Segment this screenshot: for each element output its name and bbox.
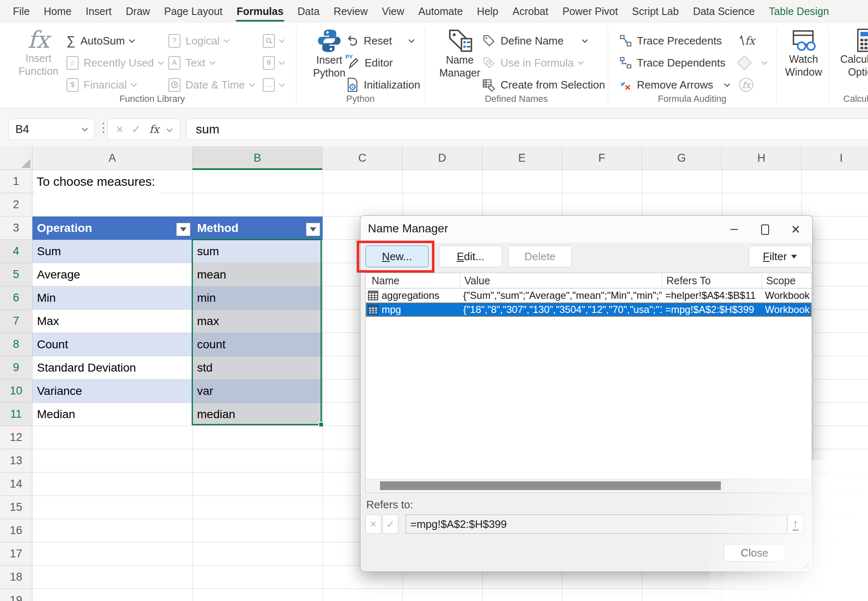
column-separator[interactable] xyxy=(762,273,762,288)
refers-confirm-button[interactable]: ✓ xyxy=(382,515,398,534)
row-header-12[interactable]: 12 xyxy=(0,426,32,449)
trace-precedents-button[interactable]: Trace Precedents xyxy=(619,32,722,49)
horizontal-scrollbar[interactable] xyxy=(366,479,811,492)
logical-button[interactable]: ? Logical xyxy=(168,32,229,49)
tab-insert[interactable]: Insert xyxy=(79,0,119,23)
cell-b5[interactable]: mean xyxy=(192,263,323,286)
remove-arrows-button[interactable]: Remove Arrows xyxy=(619,76,729,94)
filter-button[interactable]: Filter xyxy=(749,246,811,267)
error-checking-button[interactable] xyxy=(739,54,767,71)
define-name-button[interactable]: Define Name xyxy=(482,32,587,49)
table-header-method[interactable]: Method xyxy=(192,217,323,240)
column-header-c[interactable]: C xyxy=(323,146,402,170)
cancel-icon[interactable]: × xyxy=(116,122,123,136)
refers-cancel-button[interactable]: × xyxy=(365,515,381,534)
cell-b4[interactable]: sum xyxy=(192,240,323,263)
row-header-7[interactable]: 7 xyxy=(0,310,32,333)
tab-script-lab[interactable]: Script Lab xyxy=(625,0,686,23)
column-separator[interactable] xyxy=(460,273,460,288)
chevron-down-icon[interactable] xyxy=(167,126,173,132)
collapse-dialog-button[interactable]: ↑ xyxy=(787,515,804,534)
tab-data[interactable]: Data xyxy=(291,0,327,23)
row-header-2[interactable]: 2 xyxy=(0,193,32,217)
list-header-refers-to[interactable]: Refers To xyxy=(663,273,711,288)
row-header-8[interactable]: 8 xyxy=(0,333,32,356)
column-separator[interactable] xyxy=(662,273,662,288)
cell-a7[interactable]: Max xyxy=(32,310,192,333)
row-header-17[interactable]: 17 xyxy=(0,542,32,566)
autosum-button[interactable]: ∑ AutoSum xyxy=(67,32,134,49)
cell-a6[interactable]: Min xyxy=(32,286,192,310)
chevron-down-icon[interactable] xyxy=(582,37,588,43)
minimize-button[interactable] xyxy=(725,221,743,238)
tab-home[interactable]: Home xyxy=(37,0,79,23)
name-row-mpg[interactable]: mpg {"18","8","307","130","3504","12","7… xyxy=(366,303,811,317)
row-header-10[interactable]: 10 xyxy=(0,379,32,403)
row-header-5[interactable]: 5 xyxy=(0,263,32,286)
evaluate-formula-button[interactable]: fx xyxy=(739,76,753,94)
cell-a5[interactable]: Average xyxy=(32,263,192,286)
chevron-down-icon[interactable] xyxy=(724,81,730,87)
select-all-button[interactable] xyxy=(0,146,32,170)
python-reset-button[interactable]: Reset xyxy=(346,32,414,49)
cell-b9[interactable]: std xyxy=(192,356,323,379)
maximize-button[interactable] xyxy=(756,221,774,238)
cell-a10[interactable]: Variance xyxy=(32,379,192,403)
row-header-18[interactable]: 18 xyxy=(0,566,32,589)
tab-power-pivot[interactable]: Power Pivot xyxy=(555,0,625,23)
show-formulas-button[interactable]: fx xyxy=(739,32,755,49)
list-header-name[interactable]: Name xyxy=(368,273,399,288)
cell-a11[interactable]: Median xyxy=(32,403,192,426)
row-header-19[interactable]: 19 xyxy=(0,589,32,601)
tab-view[interactable]: View xyxy=(375,0,412,23)
row-header-11[interactable]: 11 xyxy=(0,403,32,426)
tab-file[interactable]: File xyxy=(6,0,37,23)
filter-dropdown-method[interactable] xyxy=(306,223,320,236)
recently-used-button[interactable]: ☆ Recently Used xyxy=(67,54,163,71)
table-header-operation[interactable]: Operation xyxy=(32,217,192,240)
delete-button[interactable]: Delete xyxy=(508,246,572,267)
list-header-value[interactable]: Value xyxy=(461,273,490,288)
cell-a4[interactable]: Sum xyxy=(32,240,192,263)
tab-table-design[interactable]: Table Design xyxy=(762,0,836,23)
names-list[interactable]: Name Value Refers To Scope aggregations … xyxy=(365,273,812,493)
refers-to-input[interactable]: =mpg!$A$2:$H$399 xyxy=(406,515,787,534)
name-manager-button[interactable]: Name Manager xyxy=(435,27,485,79)
tab-help[interactable]: Help xyxy=(470,0,505,23)
use-in-formula-button[interactable]: fx Use in Formula xyxy=(482,54,583,71)
date-time-button[interactable]: Date & Time xyxy=(168,76,254,94)
enter-icon[interactable]: ✓ xyxy=(131,123,141,136)
tab-formulas[interactable]: Formulas xyxy=(229,0,291,23)
financial-button[interactable]: $ Financial xyxy=(67,76,136,94)
cell-a9[interactable]: Standard Deviation xyxy=(32,356,192,379)
cell-b10[interactable]: var xyxy=(192,379,323,403)
tab-acrobat[interactable]: Acrobat xyxy=(506,0,555,23)
column-header-d[interactable]: D xyxy=(402,146,482,170)
python-initialization-button[interactable]: Initialization xyxy=(346,76,420,94)
chevron-down-icon[interactable] xyxy=(129,37,135,43)
close-button[interactable]: Close xyxy=(724,544,785,562)
row-header-9[interactable]: 9 xyxy=(0,356,32,379)
list-header-scope[interactable]: Scope xyxy=(763,273,796,288)
trace-dependents-button[interactable]: Trace Dependents xyxy=(619,54,725,71)
row-header-15[interactable]: 15 xyxy=(0,496,32,519)
resize-grip[interactable] xyxy=(799,559,810,569)
calculation-options-button[interactable]: Calculation Options xyxy=(833,28,868,79)
more-functions-button[interactable]: … xyxy=(263,76,284,94)
lookup-reference-button[interactable] xyxy=(263,32,284,49)
close-window-button[interactable]: × xyxy=(787,221,805,238)
column-header-h[interactable]: H xyxy=(722,146,801,170)
insert-function-button[interactable]: fx Insert Function xyxy=(12,28,64,78)
name-box-chevron-icon[interactable] xyxy=(82,126,88,131)
row-header-6[interactable]: 6 xyxy=(0,286,32,310)
cell-a8[interactable]: Count xyxy=(32,333,192,356)
scrollbar-thumb[interactable] xyxy=(380,481,721,490)
column-header-g[interactable]: G xyxy=(642,146,722,170)
column-header-b[interactable]: B xyxy=(192,146,323,170)
row-header-1[interactable]: 1 xyxy=(0,170,32,193)
name-box[interactable]: B4 xyxy=(8,118,95,140)
cell-b6[interactable]: min xyxy=(192,286,323,310)
tab-data-science[interactable]: Data Science xyxy=(686,0,762,23)
tab-review[interactable]: Review xyxy=(327,0,375,23)
column-header-f[interactable]: F xyxy=(562,146,642,170)
